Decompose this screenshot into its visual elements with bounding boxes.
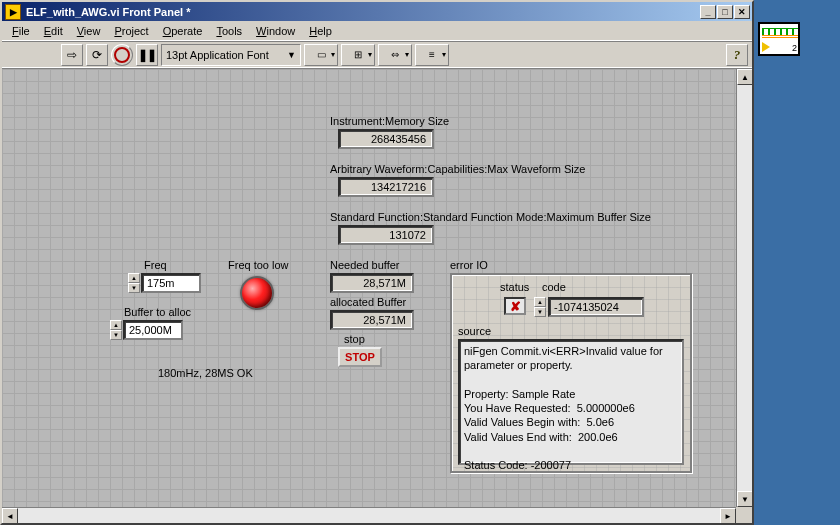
menu-tools[interactable]: Tools <box>210 23 248 39</box>
stop-button[interactable]: STOP <box>338 347 382 367</box>
reorder-button[interactable]: ≡ <box>415 44 449 66</box>
menu-project[interactable]: Project <box>108 23 154 39</box>
minimize-button[interactable]: _ <box>700 5 716 19</box>
waveform-icon <box>762 28 798 40</box>
needed-buffer-label: Needed buffer <box>330 259 400 271</box>
source-label: source <box>458 325 491 337</box>
buffer-alloc-label: Buffer to alloc <box>124 306 191 318</box>
buffer-alloc-input[interactable]: 25,000M <box>123 320 183 340</box>
freq-too-low-label: Freq too low <box>228 259 289 271</box>
code-indicator: -1074135024 <box>548 297 644 317</box>
app-icon: ▶ <box>5 4 21 20</box>
scroll-left-button[interactable]: ◄ <box>2 508 18 523</box>
chevron-down-icon: ▼ <box>287 50 296 60</box>
application-window: ▶ ELF_with_AWG.vi Front Panel * _ □ ✕ Fi… <box>0 0 754 525</box>
needed-buffer-indicator: 28,571M <box>330 273 414 293</box>
freq-spinner[interactable]: ▲▼ <box>128 273 140 293</box>
code-label: code <box>542 281 566 293</box>
font-selector[interactable]: 13pt Application Font ▼ <box>161 44 301 66</box>
allocated-buffer-indicator: 28,571M <box>330 310 414 330</box>
toolbar: ⇨ ⟳ ❚❚ 13pt Application Font ▼ ▭ ⊞ ⇔ ≡ ? <box>2 40 752 69</box>
status-led: ✘ <box>504 297 526 315</box>
font-selector-text: 13pt Application Font <box>166 49 269 61</box>
scroll-right-button[interactable]: ► <box>720 508 736 523</box>
allocated-buffer-label: allocated Buffer <box>330 296 406 308</box>
scroll-up-button[interactable]: ▲ <box>737 69 752 85</box>
titlebar[interactable]: ▶ ELF_with_AWG.vi Front Panel * _ □ ✕ <box>2 2 752 21</box>
mem-size-indicator: 268435456 <box>338 129 434 149</box>
menu-edit[interactable]: Edit <box>38 23 69 39</box>
freq-too-low-led <box>240 276 274 310</box>
menu-view[interactable]: View <box>71 23 107 39</box>
resize-objects-button[interactable]: ⇔ <box>378 44 412 66</box>
abort-button[interactable] <box>111 44 133 66</box>
pause-button[interactable]: ❚❚ <box>136 44 158 66</box>
error-cluster: status ✘ code ▲▼ -1074135024 source niFg… <box>450 273 692 473</box>
max-buffer-label: Standard Function:Standard Function Mode… <box>330 211 651 223</box>
scroll-down-button[interactable]: ▼ <box>737 491 752 507</box>
scroll-corner <box>736 507 752 523</box>
mem-size-label: Instrument:Memory Size <box>330 115 449 127</box>
source-indicator: niFgen Commit.vi<ERR>Invalid value for p… <box>458 339 684 465</box>
max-waveform-label: Arbitrary Waveform:Capabilities:Max Wave… <box>330 163 585 175</box>
menu-help[interactable]: Help <box>303 23 338 39</box>
run-continuous-button[interactable]: ⟳ <box>86 44 108 66</box>
scroll-track-v[interactable] <box>737 85 752 491</box>
front-panel[interactable]: Instrument:Memory Size 268435456 Arbitra… <box>2 69 752 523</box>
scroll-track-h[interactable] <box>18 508 720 523</box>
vertical-scrollbar[interactable]: ▲ ▼ <box>736 69 752 507</box>
distribute-objects-button[interactable]: ⊞ <box>341 44 375 66</box>
window-title: ELF_with_AWG.vi Front Panel * <box>24 6 700 18</box>
freq-control[interactable]: ▲▼ 175m <box>128 273 201 293</box>
align-objects-button[interactable]: ▭ <box>304 44 338 66</box>
buffer-alloc-control[interactable]: ▲▼ 25,000M <box>110 320 183 340</box>
context-help-button[interactable]: ? <box>726 44 748 66</box>
menu-operate[interactable]: Operate <box>157 23 209 39</box>
menubar: File Edit View Project Operate Tools Win… <box>2 21 752 40</box>
freq-input[interactable]: 175m <box>141 273 201 293</box>
menu-file[interactable]: File <box>6 23 36 39</box>
note-text: 180mHz, 28MS OK <box>158 367 253 379</box>
max-buffer-indicator: 131072 <box>338 225 434 245</box>
vi-instance-count: 2 <box>792 43 797 53</box>
status-label: status <box>500 281 529 293</box>
stop-label: stop <box>344 333 365 345</box>
horizontal-scrollbar[interactable]: ◄ ► <box>2 507 736 523</box>
vi-icon-pane[interactable]: 2 <box>758 22 800 56</box>
freq-label: Freq <box>144 259 167 271</box>
max-waveform-indicator: 134217216 <box>338 177 434 197</box>
close-button[interactable]: ✕ <box>734 5 750 19</box>
error-io-label: error IO <box>450 259 488 271</box>
maximize-button[interactable]: □ <box>717 5 733 19</box>
code-spinner[interactable]: ▲▼ <box>534 297 546 317</box>
run-button[interactable]: ⇨ <box>61 44 83 66</box>
run-arrow-icon <box>762 42 770 52</box>
menu-window[interactable]: Window <box>250 23 301 39</box>
buffer-spinner[interactable]: ▲▼ <box>110 320 122 340</box>
